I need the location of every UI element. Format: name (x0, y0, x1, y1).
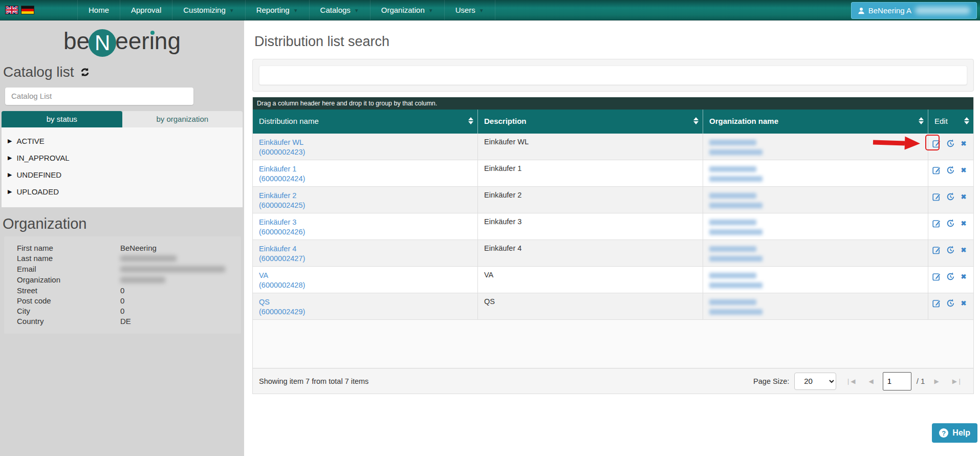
distribution-id-link[interactable]: (6000002429) (259, 307, 471, 317)
nav-item[interactable]: Organization ▼ (370, 0, 444, 20)
distribution-name-cell: Einkäufer 3 (6000002426) (253, 213, 478, 240)
page-size-label: Page Size: (753, 377, 789, 385)
column-header[interactable]: Description (478, 110, 703, 134)
tab-by-organization[interactable]: by organization (122, 111, 243, 127)
expand-triangle-icon: ▶ (8, 171, 12, 178)
last-page-icon[interactable]: ▶❘ (948, 378, 966, 385)
organization-redacted-blur (709, 309, 763, 315)
prev-page-icon[interactable]: ◀ (865, 378, 878, 385)
description-cell: Einkäufer 3 (478, 213, 703, 240)
page-title: Distribution list search (254, 34, 389, 50)
distribution-search-input[interactable] (259, 66, 967, 85)
column-label: Edit (934, 117, 948, 125)
nav-item[interactable]: Home (77, 0, 120, 20)
distribution-id-link[interactable]: (6000002426) (259, 227, 471, 237)
german-flag-icon[interactable] (21, 6, 34, 14)
organization-name-cell (703, 187, 928, 213)
top-navigation-bar: Home Approval Customizing ▼ Reporting ▼ … (0, 0, 980, 20)
delete-icon[interactable]: ✖ (960, 246, 967, 254)
organization-redacted-blur (709, 273, 756, 278)
first-page-icon[interactable]: ❘◀ (841, 378, 859, 385)
field-value: 0 (120, 286, 241, 296)
group-drop-zone[interactable]: Drag a column header here and drop it to… (253, 97, 973, 110)
chevron-down-icon: ▼ (479, 8, 484, 13)
sort-icon[interactable] (468, 117, 473, 124)
column-header[interactable]: Edit (928, 110, 973, 134)
nav-item-label: Catalogs (320, 6, 351, 14)
description-cell: QS (478, 293, 703, 319)
distribution-name-link[interactable]: Einkäufer 1 (259, 164, 471, 174)
delete-icon[interactable]: ✖ (960, 272, 967, 281)
distribution-id-link[interactable]: (6000002427) (259, 254, 471, 264)
current-user-button[interactable]: BeNeering A (851, 2, 977, 19)
sort-icon[interactable] (919, 117, 924, 124)
catalog-status-item[interactable]: ▶ IN_APPROVAL (2, 149, 243, 166)
history-icon[interactable] (946, 166, 955, 175)
field-label: Street (4, 286, 120, 296)
organization-field-row: City 0 (4, 306, 241, 316)
field-label: Email (4, 264, 120, 275)
history-icon[interactable] (946, 139, 955, 148)
refresh-icon[interactable] (79, 67, 91, 78)
catalog-status-item[interactable]: ▶ UNDEFINED (2, 166, 243, 183)
delete-icon[interactable]: ✖ (960, 299, 967, 308)
sort-icon[interactable] (693, 117, 699, 124)
delete-icon[interactable]: ✖ (960, 139, 967, 148)
nav-item[interactable]: Reporting ▼ (245, 0, 309, 20)
edit-icon[interactable] (932, 246, 941, 254)
distribution-id-link[interactable]: (6000002425) (259, 201, 471, 210)
history-icon[interactable] (946, 219, 955, 228)
edit-icon[interactable] (932, 192, 941, 201)
nav-item[interactable]: Users ▼ (444, 0, 495, 20)
distribution-id-link[interactable]: (6000002424) (259, 174, 471, 184)
edit-icon[interactable] (932, 139, 941, 148)
organization-name-cell (703, 267, 928, 293)
tab-by-status[interactable]: by status (2, 111, 122, 127)
edit-icon[interactable] (932, 299, 941, 308)
field-value (120, 275, 241, 286)
catalog-status-item[interactable]: ▶ ACTIVE (2, 133, 243, 149)
nav-item[interactable]: Approval (120, 0, 172, 20)
edit-icon[interactable] (932, 219, 941, 228)
nav-item[interactable]: Catalogs ▼ (309, 0, 370, 20)
next-page-icon[interactable]: ▶ (930, 378, 943, 385)
catalog-list-search-input[interactable] (5, 88, 193, 105)
delete-icon[interactable]: ✖ (960, 166, 967, 175)
distribution-name-link[interactable]: QS (259, 297, 471, 307)
nav-item[interactable]: Customizing ▼ (172, 0, 245, 20)
edit-icon[interactable] (932, 272, 941, 281)
column-header[interactable]: Organization name (703, 110, 928, 134)
edit-icon[interactable] (932, 166, 941, 175)
description-text: Einkäufer 3 (484, 218, 521, 226)
sort-icon[interactable] (964, 117, 969, 124)
description-cell: Einkäufer WL (478, 134, 703, 160)
delete-icon[interactable]: ✖ (960, 219, 967, 228)
distribution-name-link[interactable]: VA (259, 271, 471, 280)
organization-name-cell (703, 134, 928, 160)
distribution-name-link[interactable]: Einkäufer 4 (259, 244, 471, 254)
history-icon[interactable] (946, 272, 955, 281)
page-size-select[interactable]: 20 (794, 373, 836, 390)
help-button[interactable]: ? Help (932, 423, 977, 443)
main-content: Distribution list search Drag a column h… (244, 20, 980, 456)
organization-field-row: Post code 0 (4, 296, 241, 306)
distribution-name-link[interactable]: Einkäufer 3 (259, 218, 471, 227)
history-icon[interactable] (946, 299, 955, 308)
distribution-name-link[interactable]: Einkäufer WL (259, 138, 471, 147)
history-icon[interactable] (946, 246, 955, 254)
distribution-id-link[interactable]: (6000002428) (259, 280, 471, 290)
column-header[interactable]: Distribution name (253, 110, 478, 134)
delete-icon[interactable]: ✖ (960, 192, 967, 201)
distribution-name-cell: QS (6000002429) (253, 293, 478, 319)
description-text: Einkäufer 1 (484, 164, 521, 172)
distribution-name-link[interactable]: Einkäufer 2 (259, 191, 471, 201)
history-icon[interactable] (946, 192, 955, 201)
organization-redacted-blur (709, 140, 756, 145)
catalog-status-item[interactable]: ▶ UPLOADED (2, 183, 243, 200)
nav-item-label: Customizing (183, 6, 226, 14)
distribution-id-link[interactable]: (6000002423) (259, 147, 471, 157)
uk-flag-icon[interactable] (5, 6, 18, 14)
page-number-input[interactable] (883, 372, 911, 390)
organization-field-row: Country DE (4, 316, 241, 327)
distribution-grid: Drag a column header here and drop it to… (252, 97, 974, 394)
